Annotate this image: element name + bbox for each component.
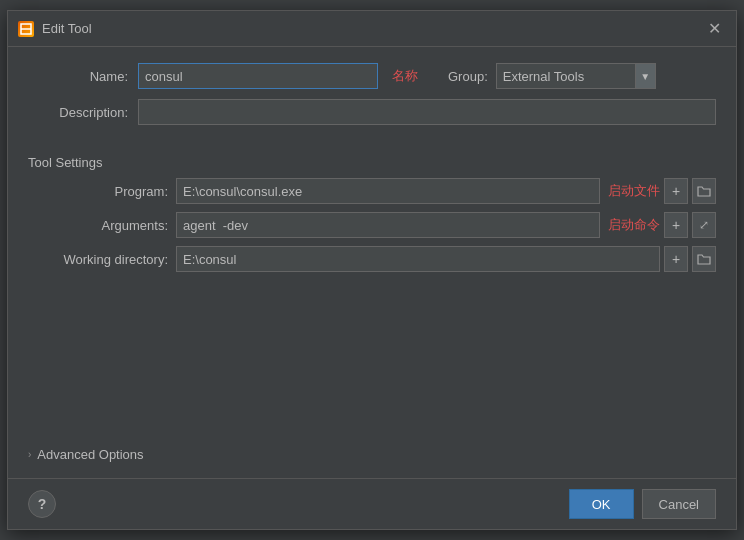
cancel-button[interactable]: Cancel <box>642 489 716 519</box>
footer-buttons: OK Cancel <box>569 489 716 519</box>
working-dir-folder-button[interactable] <box>692 246 716 272</box>
group-value: External Tools <box>503 69 635 84</box>
working-dir-input-container: + <box>176 246 716 272</box>
name-annotation: 名称 <box>392 67 418 85</box>
tool-settings-title: Tool Settings <box>28 155 716 170</box>
dropdown-arrow-icon: ▼ <box>635 64 655 88</box>
app-icon <box>18 21 34 37</box>
group-dropdown[interactable]: External Tools ▼ <box>496 63 656 89</box>
chevron-right-icon: › <box>28 449 31 460</box>
dialog-footer: ? OK Cancel <box>8 478 736 529</box>
working-dir-add-button[interactable]: + <box>664 246 688 272</box>
arguments-label: Arguments: <box>38 218 168 233</box>
help-button[interactable]: ? <box>28 490 56 518</box>
arguments-input[interactable] <box>176 212 600 238</box>
advanced-options-label: Advanced Options <box>37 447 143 462</box>
working-dir-row: Working directory: + <box>38 246 716 272</box>
description-row: Description: <box>28 99 716 125</box>
tool-settings-section: Tool Settings Program: 启动文件 + <box>28 155 716 272</box>
arguments-add-button[interactable]: + <box>664 212 688 238</box>
arguments-input-container: 启动命令 + ⤢ <box>176 212 716 238</box>
advanced-options-row[interactable]: › Advanced Options <box>28 447 716 462</box>
name-group-row: Name: 名称 Group: External Tools ▼ <box>28 63 716 89</box>
group-section: Group: External Tools ▼ <box>448 63 656 89</box>
arguments-annotation: 启动命令 <box>608 216 660 234</box>
desc-label: Description: <box>28 105 128 120</box>
arguments-expand-button[interactable]: ⤢ <box>692 212 716 238</box>
group-label: Group: <box>448 69 488 84</box>
desc-input[interactable] <box>138 99 716 125</box>
dialog-content: Name: 名称 Group: External Tools ▼ Descrip… <box>8 47 736 478</box>
arguments-row: Arguments: 启动命令 + ⤢ <box>38 212 716 238</box>
tool-settings-fields: Program: 启动文件 + Arguments: <box>28 178 716 272</box>
program-add-button[interactable]: + <box>664 178 688 204</box>
name-label: Name: <box>28 69 128 84</box>
ok-button[interactable]: OK <box>569 489 634 519</box>
program-folder-button[interactable] <box>692 178 716 204</box>
name-input[interactable] <box>138 63 378 89</box>
program-input[interactable] <box>176 178 600 204</box>
working-dir-input[interactable] <box>176 246 660 272</box>
titlebar: Edit Tool ✕ <box>8 11 736 47</box>
close-button[interactable]: ✕ <box>702 17 726 41</box>
program-label: Program: <box>38 184 168 199</box>
program-input-container: 启动文件 + <box>176 178 716 204</box>
program-annotation: 启动文件 <box>608 182 660 200</box>
working-dir-label: Working directory: <box>38 252 168 267</box>
program-row: Program: 启动文件 + <box>38 178 716 204</box>
edit-tool-dialog: Edit Tool ✕ Name: 名称 Group: External Too… <box>7 10 737 530</box>
dialog-title: Edit Tool <box>42 21 702 36</box>
